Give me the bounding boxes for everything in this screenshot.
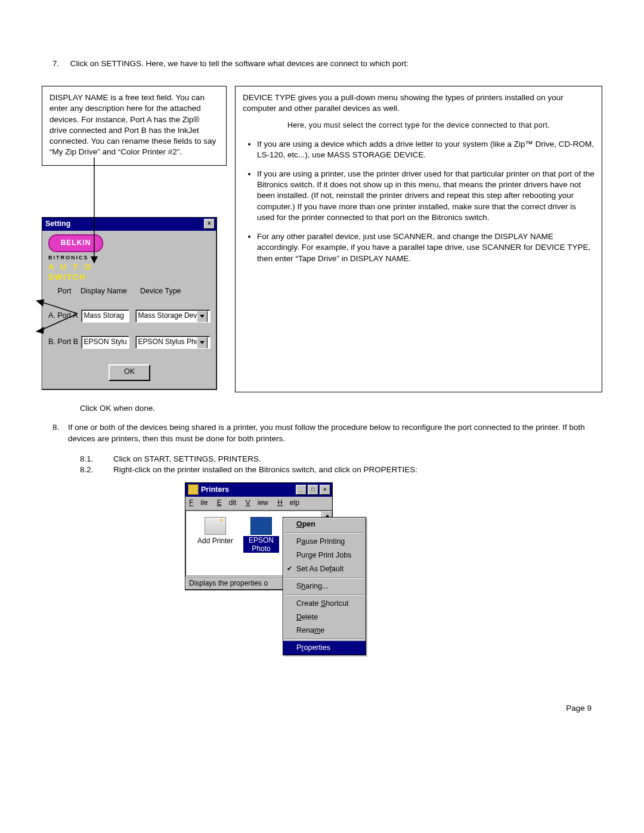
menu-help[interactable]: Help — [277, 498, 299, 507]
printers-titlebar: Printers _ □ × — [185, 483, 332, 497]
printers-folder-icon — [188, 484, 199, 495]
step-8-text: If one or both of the devices being shar… — [68, 422, 602, 444]
ctx-separator — [284, 639, 364, 640]
ctx-properties[interactable]: Properties — [283, 641, 366, 655]
col-device-type: Device Type — [140, 286, 181, 296]
port-b-label: B. Port B — [48, 337, 81, 347]
switch-label: SWITCH — [48, 272, 210, 283]
add-printer-label: Add Printer — [194, 536, 236, 546]
right-callout-bullet-2: If you are using a printer, use the prin… — [257, 169, 595, 223]
step-8-1: 8.1. Click on START, SETTINGS, PRINTERS. — [80, 454, 602, 465]
step-8-2-number: 8.2. — [80, 465, 113, 475]
ctx-separator — [284, 532, 364, 534]
step-8-2-text: Right-click on the printer installed on … — [113, 465, 417, 475]
add-printer-icon[interactable]: Add Printer — [194, 517, 236, 546]
settings-dialog: Setting × BELKIN BITRONICS A U T O SWITC… — [42, 217, 217, 390]
step-8-2: 8.2. Right-click on the printer installe… — [80, 465, 602, 475]
epson-label-2: Photo — [243, 544, 279, 553]
step-8-number: 8. — [52, 422, 68, 444]
port-a-dropdown-icon[interactable] — [197, 311, 208, 323]
step-7: 7. Click on SETTINGS. Here, we have to t… — [52, 58, 602, 69]
menu-file[interactable]: File — [189, 498, 208, 507]
ctx-pause-printing[interactable]: Pause Printing — [283, 535, 366, 549]
col-display-name: Display Name — [80, 286, 140, 296]
printers-maximize-button[interactable]: □ — [308, 485, 318, 495]
ctx-rename[interactable]: Rename — [283, 624, 366, 637]
port-b-display-name-input[interactable]: EPSON Stylu — [81, 336, 129, 349]
step-8-1-text: Click on START, SETTINGS, PRINTERS. — [113, 454, 261, 465]
port-a-row: A. Port A Mass Storag Mass Storage Devic — [48, 309, 210, 323]
right-callout-bullet-1: If you are using a device which adds a d… — [257, 139, 595, 160]
auto-label: A U T O — [48, 262, 210, 272]
settings-ok-button[interactable]: OK — [109, 364, 150, 381]
menu-edit[interactable]: Edit — [217, 498, 237, 507]
settings-titlebar: Setting × — [42, 218, 216, 231]
ctx-create-shortcut[interactable]: Create Shortcut — [283, 597, 366, 611]
epson-printer-icon[interactable]: EPSON Photo — [243, 517, 279, 553]
ctx-separator — [284, 594, 364, 596]
settings-columns-header: Port Display Name Device Type — [48, 286, 210, 296]
ctx-delete[interactable]: Delete — [283, 611, 366, 624]
port-a-device-type-select[interactable]: Mass Storage Devic — [135, 309, 210, 323]
right-callout-emphasis: Here, you must select the correct type f… — [243, 120, 595, 131]
port-b-device-type-select[interactable]: EPSON Stylus Phot — [135, 336, 210, 349]
port-a-label: A. Port A — [48, 311, 81, 321]
printers-menubar: File Edit View Help — [185, 497, 332, 510]
step-7-number: 7. — [52, 58, 68, 69]
epson-label-1: EPSON — [243, 536, 279, 544]
left-callout-text: DISPLAY NAME is a free text field. You c… — [49, 93, 216, 156]
bitronics-label: BITRONICS — [48, 254, 210, 261]
port-b-device-type-value: EPSON Stylus Phot — [138, 337, 197, 348]
belkin-logo: BELKIN — [48, 234, 103, 252]
ctx-separator — [284, 577, 364, 578]
right-callout-p1: DEVICE TYPE gives you a pull-down menu s… — [243, 92, 595, 114]
port-b-dropdown-icon[interactable] — [197, 337, 208, 349]
page-footer: Page 9 — [566, 703, 592, 714]
step-8: 8. If one or both of the devices being s… — [52, 422, 602, 444]
col-port: Port — [48, 286, 80, 296]
menu-view[interactable]: View — [246, 498, 268, 507]
step-7-text: Click on SETTINGS. Here, we have to tell… — [70, 59, 408, 68]
step-8-1-number: 8.1. — [80, 454, 113, 465]
settings-title: Setting — [45, 219, 70, 229]
ctx-set-as-default[interactable]: Set As Default — [283, 562, 366, 576]
port-a-display-name-input[interactable]: Mass Storag — [81, 309, 129, 323]
printer-icon — [250, 517, 272, 535]
port-a-device-type-value: Mass Storage Devic — [138, 311, 197, 321]
printers-title: Printers — [201, 485, 229, 495]
ctx-open[interactable]: Open — [283, 518, 366, 531]
ctx-sharing[interactable]: Sharing... — [283, 580, 366, 593]
printers-minimize-button[interactable]: _ — [296, 485, 306, 495]
ctx-purge-print-jobs[interactable]: Purge Print Jobs — [283, 549, 366, 562]
printer-context-menu: Open Pause Printing Purge Print Jobs Set… — [283, 517, 366, 655]
port-b-row: B. Port B EPSON Stylu EPSON Stylus Phot — [48, 336, 210, 349]
printer-icon — [205, 517, 226, 535]
settings-close-button[interactable]: × — [204, 219, 215, 229]
left-callout: DISPLAY NAME is a free text field. You c… — [42, 86, 227, 165]
click-ok-note: Click OK when done. — [80, 403, 602, 414]
right-callout: DEVICE TYPE gives you a pull-down menu s… — [235, 86, 602, 392]
printers-close-button[interactable]: × — [320, 485, 330, 495]
right-callout-bullet-3: For any other parallel device, just use … — [257, 231, 595, 264]
